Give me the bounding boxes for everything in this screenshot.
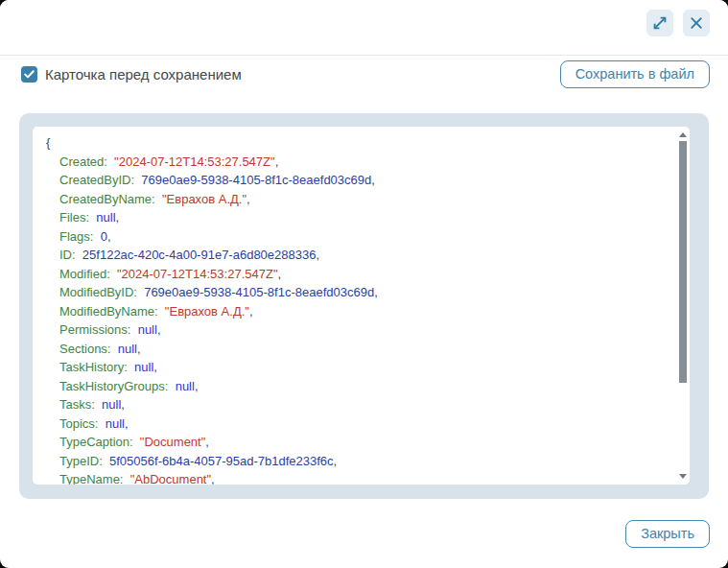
json-value: null [138, 322, 157, 337]
json-value: "2024-07-12T14:53:27.547Z" [117, 267, 278, 281]
json-key: Sections: [59, 342, 110, 356]
json-value: 769e0ae9-5938-4105-8f1c-8eaefd03c69d [141, 173, 371, 187]
json-line: ID: 25f122ac-420c-4a00-91e7-a6d80e288336… [46, 246, 665, 265]
json-line: CreatedByID: 769e0ae9-5938-4105-8f1c-8ea… [46, 171, 665, 190]
json-value: 5f05056f-6b4a-4057-95ad-7b1dfe233f6c [109, 454, 333, 468]
checkbox-label: Карточка перед сохранением [45, 66, 242, 83]
json-key: CreatedByID: [59, 173, 134, 187]
json-key: Permissions: [59, 322, 130, 337]
json-key: Tasks: [59, 397, 95, 412]
card-before-save-checkbox[interactable] [21, 66, 37, 83]
expand-diagonal-icon [652, 15, 668, 31]
json-comma: , [371, 173, 375, 187]
json-key: TypeName: [59, 472, 123, 485]
json-line: Modified: "2024-07-12T14:53:27.547Z", [46, 265, 665, 284]
json-comma: , [107, 229, 111, 244]
expand-button[interactable] [646, 10, 673, 36]
json-comma: , [316, 248, 319, 262]
json-comma: , [116, 210, 120, 225]
json-key: Created: [59, 154, 107, 169]
close-x-icon [690, 16, 703, 30]
json-comma: , [195, 379, 199, 393]
json-open-brace: { [46, 133, 665, 153]
json-key: TypeCaption: [59, 435, 133, 449]
json-key: ModifiedByID: [59, 285, 137, 299]
scroll-down-arrow-icon[interactable] [679, 474, 687, 479]
json-line: CreatedByName: "Еврахов А.Д.", [46, 190, 665, 209]
json-key: Flags: [59, 229, 93, 244]
json-card: { Created: "2024-07-12T14:53:27.547Z",Cr… [33, 127, 690, 485]
json-key: TaskHistoryGroups: [59, 379, 168, 393]
json-line: TypeCaption: "Document", [46, 433, 665, 452]
json-line: Permissions: null, [46, 320, 665, 340]
json-key: Files: [59, 210, 89, 225]
close-dialog-button[interactable]: Закрыть [625, 520, 710, 548]
json-key: ID: [59, 248, 76, 262]
json-panel: { Created: "2024-07-12T14:53:27.547Z",Cr… [19, 113, 709, 499]
json-line: Flags: 0, [46, 227, 665, 247]
json-line: Files: null, [46, 208, 665, 227]
json-value: null [96, 210, 115, 225]
json-line: Tasks: null, [46, 395, 665, 414]
json-comma: , [275, 154, 279, 169]
json-value: null [118, 342, 137, 356]
json-line: TaskHistoryGroups: null, [46, 377, 665, 396]
json-line: TypeID: 5f05056f-6b4a-4057-95ad-7b1dfe23… [46, 452, 665, 471]
json-value: "Еврахов А.Д." [162, 192, 247, 206]
json-line: Sections: null, [46, 340, 665, 359]
json-comma: , [278, 267, 282, 281]
json-comma: , [205, 435, 209, 449]
checkmark-icon [24, 67, 35, 82]
json-value: "2024-07-12T14:53:27.547Z" [114, 154, 275, 169]
json-key: TaskHistory: [59, 360, 128, 374]
json-comma: , [137, 342, 141, 356]
json-line: TypeName: "AbDocument", [46, 470, 665, 485]
json-line: TaskHistory: null, [46, 358, 665, 377]
json-value: "AbDocument" [130, 472, 211, 485]
json-code: { Created: "2024-07-12T14:53:27.547Z",Cr… [33, 127, 690, 485]
dialog-header [0, 0, 728, 56]
json-value: 769e0ae9-5938-4105-8f1c-8eaefd03c69d [144, 285, 374, 299]
json-key: TypeID: [59, 454, 103, 468]
json-line: ModifiedByName: "Еврахов А.Д.", [46, 302, 665, 321]
json-value: null [106, 416, 125, 431]
json-line: Created: "2024-07-12T14:53:27.547Z", [46, 153, 665, 172]
vertical-scrollbar[interactable] [678, 129, 688, 483]
json-key: ModifiedByName: [59, 304, 158, 319]
modal-window: Карточка перед сохранением Сохранить в ф… [0, 0, 728, 568]
json-key: Topics: [59, 416, 98, 431]
scrollbar-thumb[interactable] [679, 141, 687, 383]
json-key: CreatedByName: [59, 192, 155, 206]
json-value: null [176, 379, 195, 393]
json-comma: , [125, 416, 129, 431]
toolbar-row: Карточка перед сохранением Сохранить в ф… [21, 60, 710, 88]
json-value: 25f122ac-420c-4a00-91e7-a6d80e288336 [82, 248, 317, 262]
json-comma: , [157, 322, 161, 337]
close-button[interactable] [683, 10, 710, 36]
json-comma: , [153, 360, 157, 374]
json-comma: , [247, 192, 250, 206]
json-line: ModifiedByID: 769e0ae9-5938-4105-8f1c-8e… [46, 283, 665, 302]
json-key: Modified: [59, 267, 110, 281]
json-value: null [134, 360, 153, 374]
json-comma: , [249, 304, 253, 319]
save-to-file-button[interactable]: Сохранить в файл [560, 60, 710, 88]
json-comma: , [121, 397, 125, 412]
json-comma: , [211, 472, 215, 485]
scroll-up-arrow-icon[interactable] [679, 132, 687, 137]
json-comma: , [334, 454, 338, 468]
json-value: "Document" [140, 435, 205, 449]
json-value: "Еврахов А.Д." [165, 304, 249, 319]
json-value: null [102, 397, 121, 412]
json-comma: , [374, 285, 378, 299]
json-value: 0 [101, 229, 107, 244]
json-line: Topics: null, [46, 414, 665, 434]
